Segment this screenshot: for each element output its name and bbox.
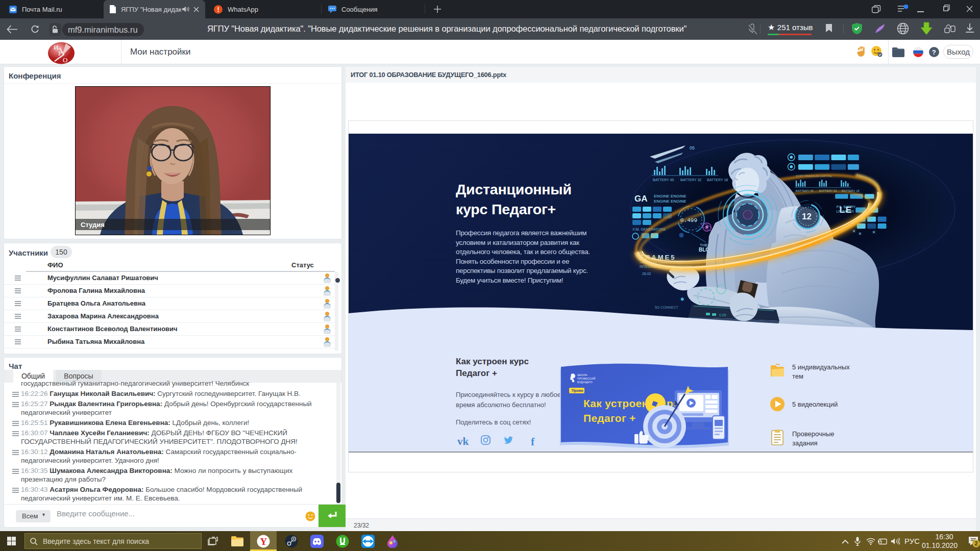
svg-text:Как устроен курс: Как устроен курс [456, 357, 529, 366]
svg-text:ПРОФЕССИЙ: ПРОФЕССИЙ [577, 377, 596, 380]
svg-text:О: О [63, 56, 67, 64]
svg-text:Педагог +: Педагог + [583, 412, 636, 424]
svg-text:12: 12 [802, 212, 812, 221]
svg-text:задания: задания [792, 439, 818, 447]
svg-text:5 индивидуальных: 5 индивидуальных [792, 363, 850, 371]
svg-text:Будем учиться вместе! Приступи: Будем учиться вместе! Приступим! [456, 277, 563, 284]
svg-text:✕: ✕ [858, 231, 862, 236]
svg-text:GA: GA [634, 194, 648, 204]
svg-text:тем: тем [792, 372, 803, 380]
svg-text:отдельного человека, так и все: отдельного человека, так и всего обществ… [456, 248, 590, 256]
svg-text:Как устроен: Как устроен [583, 397, 649, 409]
svg-text:Р: Р [58, 49, 62, 57]
svg-text:Проверочные: Проверочные [792, 430, 835, 438]
svg-text:f: f [531, 435, 535, 448]
svg-text:0.05: 0.05 [719, 313, 726, 317]
svg-text:05: 05 [690, 145, 695, 151]
svg-text:Педагог +: Педагог + [456, 368, 497, 378]
svg-text:⬢: ⬢ [680, 297, 684, 302]
svg-text:условием и катализатором разви: условием и катализатором развития как [456, 239, 579, 246]
svg-text:✕: ✕ [852, 229, 855, 234]
svg-text:время абсолютно бесплатно!: время абсолютно бесплатно! [456, 401, 546, 409]
svg-text:БУДУЩЕГО: БУДУЩЕГО [577, 381, 593, 384]
svg-text:Студия: Студия [81, 221, 105, 229]
svg-text:ШКОЛА: ШКОЛА [577, 373, 587, 377]
svg-text:BATTERY 18: BATTERY 18 [707, 178, 728, 182]
svg-text:курс Педагог+: курс Педагог+ [456, 201, 556, 217]
svg-text:5G CONNECT: 5G CONNECT [655, 306, 679, 309]
svg-text:LE: LE [840, 205, 852, 215]
svg-text:Дистанционный: Дистанционный [456, 181, 572, 197]
svg-text:Присоединяйтесь к курсу в любо: Присоединяйтесь к курсу в любое [456, 391, 561, 398]
svg-text:ENGINE ENGINE: ENGINE ENGINE [654, 194, 687, 198]
svg-text:5 видеолекций: 5 видеолекций [792, 400, 838, 408]
svg-text:26.02: 26.02 [642, 272, 651, 276]
svg-text:vk: vk [457, 435, 469, 447]
svg-text:Промо: Промо [572, 389, 583, 393]
svg-text:ENGINE ENGINE: ENGINE ENGINE [654, 199, 687, 204]
svg-text:Понять особенности профессии и: Понять особенности профессии и ее [456, 258, 569, 265]
svg-text:Поделитесь в соц сетях!: Поделитесь в соц сетях! [456, 418, 531, 426]
svg-text:BATTERY 32: BATTERY 32 [680, 178, 701, 182]
svg-text:✕: ✕ [872, 230, 875, 235]
svg-text:?: ? [932, 48, 936, 56]
svg-text:Y: Y [260, 536, 267, 547]
svg-text:Профессия педагога является ва: Профессия педагога является важнейшим [456, 229, 586, 237]
svg-text:BATTERY 45: BATTERY 45 [653, 178, 674, 182]
svg-text:И: И [54, 43, 58, 51]
svg-text:перспективы позволит предлагае: перспективы позволит предлагаемый курс. [456, 267, 588, 274]
